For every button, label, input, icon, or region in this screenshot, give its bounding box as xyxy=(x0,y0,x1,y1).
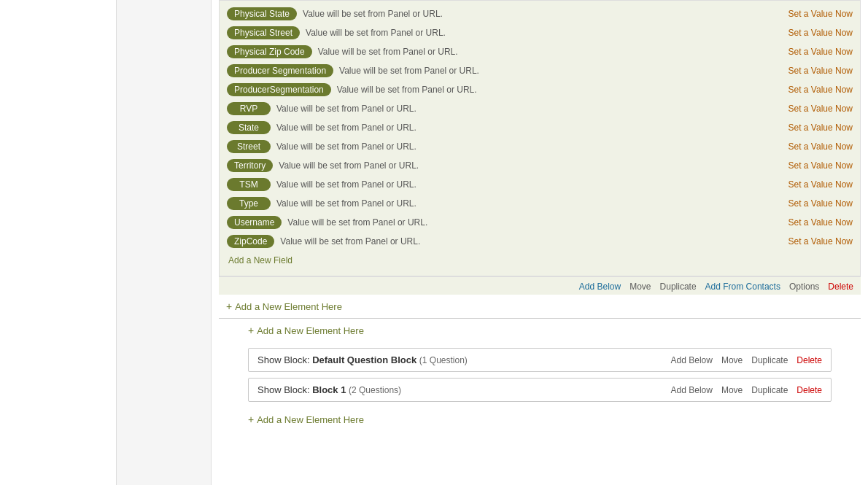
set-value-link[interactable]: Set a Value Now xyxy=(788,160,853,171)
show-block-block1-title: Show Block: Block 1 (2 Questions) xyxy=(257,384,401,395)
field-desc: Value will be set from Panel or URL. xyxy=(306,28,782,38)
add-new-field-link[interactable]: Add a New Field xyxy=(227,251,853,268)
field-tag: ZipCode xyxy=(227,235,274,248)
show-block-name-2: Block 1 xyxy=(312,384,346,395)
show-block-default-actions: Add Below Move Duplicate Delete xyxy=(671,355,822,365)
plus-icon-outer1: + xyxy=(248,325,254,336)
duplicate-action[interactable]: Duplicate xyxy=(660,282,697,292)
field-desc: Value will be set from Panel or URL. xyxy=(287,217,782,228)
field-desc: Value will be set from Panel or URL. xyxy=(279,160,782,171)
field-row: ProducerSegmentationValue will be set fr… xyxy=(227,80,853,99)
show-block-default-title: Show Block: Default Question Block (1 Qu… xyxy=(257,354,468,365)
field-tag: Physical Zip Code xyxy=(227,45,312,58)
field-tag: State xyxy=(227,121,271,134)
set-value-link[interactable]: Set a Value Now xyxy=(788,85,853,95)
block2-delete[interactable]: Delete xyxy=(797,385,822,395)
block2-move[interactable]: Move xyxy=(721,385,743,395)
main-content: Physical StateValue will be set from Pan… xyxy=(212,0,868,485)
left-panel xyxy=(117,0,212,485)
add-element-outer2-label: Add a New Element Here xyxy=(257,414,364,425)
show-block-count-1: (1 Question) xyxy=(419,355,468,365)
field-tag: TSM xyxy=(227,178,271,191)
field-tag: RVP xyxy=(227,102,271,115)
block2-duplicate[interactable]: Duplicate xyxy=(751,385,788,395)
field-row: StreetValue will be set from Panel or UR… xyxy=(227,137,853,156)
block1-move[interactable]: Move xyxy=(721,355,743,365)
field-desc: Value will be set from Panel or URL. xyxy=(276,198,783,209)
show-block-label-2: Show Block: xyxy=(257,384,312,395)
field-tag: Street xyxy=(227,140,271,153)
field-desc: Value will be set from Panel or URL. xyxy=(276,141,783,152)
show-block-label-1: Show Block: xyxy=(257,354,312,365)
show-block-block1-header: Show Block: Block 1 (2 Questions) Add Be… xyxy=(249,379,831,401)
set-value-link[interactable]: Set a Value Now xyxy=(788,9,853,19)
field-rows: Physical StateValue will be set from Pan… xyxy=(227,4,853,251)
show-block-name-1: Default Question Block xyxy=(312,354,416,365)
action-bar: Add Below Move Duplicate Add From Contac… xyxy=(219,276,861,295)
options-action[interactable]: Options xyxy=(789,282,819,292)
delete-action[interactable]: Delete xyxy=(828,282,853,292)
set-value-link[interactable]: Set a Value Now xyxy=(788,66,853,76)
show-block-default: Show Block: Default Question Block (1 Qu… xyxy=(248,348,832,372)
field-desc: Value will be set from Panel or URL. xyxy=(280,236,782,247)
field-desc: Value will be set from Panel or URL. xyxy=(276,179,783,190)
field-row: TerritoryValue will be set from Panel or… xyxy=(227,156,853,175)
content-area: Physical StateValue will be set from Pan… xyxy=(212,0,868,431)
field-tag: Producer Segmentation xyxy=(227,64,333,77)
add-element-outer2[interactable]: + Add a New Element Here xyxy=(212,408,868,431)
block1-delete[interactable]: Delete xyxy=(797,355,822,365)
field-tag: Physical State xyxy=(227,7,297,20)
field-row: UsernameValue will be set from Panel or … xyxy=(227,213,853,232)
set-value-link[interactable]: Set a Value Now xyxy=(788,141,853,152)
field-list-container: Physical StateValue will be set from Pan… xyxy=(219,0,861,276)
field-row: Producer SegmentationValue will be set f… xyxy=(227,61,853,80)
field-tag: ProducerSegmentation xyxy=(227,83,331,96)
field-desc: Value will be set from Panel or URL. xyxy=(337,85,783,95)
plus-icon-outer2: + xyxy=(248,414,254,425)
field-tag: Username xyxy=(227,216,282,229)
add-from-contacts-action[interactable]: Add From Contacts xyxy=(705,282,780,292)
field-tag: Physical Street xyxy=(227,26,300,39)
show-block-count-2: (2 Questions) xyxy=(349,385,401,395)
field-desc: Value will be set from Panel or URL. xyxy=(276,104,783,114)
block1-duplicate[interactable]: Duplicate xyxy=(751,355,788,365)
field-row: Physical StateValue will be set from Pan… xyxy=(227,4,853,23)
field-row: RVPValue will be set from Panel or URL.S… xyxy=(227,99,853,118)
set-value-link[interactable]: Set a Value Now xyxy=(788,28,853,38)
show-block-block1: Show Block: Block 1 (2 Questions) Add Be… xyxy=(248,378,832,402)
show-block-block1-actions: Add Below Move Duplicate Delete xyxy=(671,385,822,395)
field-tag: Type xyxy=(227,197,271,210)
field-row: Physical StreetValue will be set from Pa… xyxy=(227,23,853,42)
field-row: Physical Zip CodeValue will be set from … xyxy=(227,42,853,61)
set-value-link[interactable]: Set a Value Now xyxy=(788,47,853,57)
plus-icon-inner: + xyxy=(226,300,232,312)
move-action[interactable]: Move xyxy=(629,282,651,292)
add-element-inner[interactable]: + Add a New Element Here xyxy=(212,295,868,318)
add-below-action[interactable]: Add Below xyxy=(579,282,621,292)
field-row: TSMValue will be set from Panel or URL.S… xyxy=(227,175,853,194)
field-tag: Territory xyxy=(227,159,273,172)
set-value-link[interactable]: Set a Value Now xyxy=(788,123,853,133)
field-desc: Value will be set from Panel or URL. xyxy=(318,47,783,57)
block1-add-below[interactable]: Add Below xyxy=(671,355,713,365)
set-value-link[interactable]: Set a Value Now xyxy=(788,198,853,209)
field-row: StateValue will be set from Panel or URL… xyxy=(227,118,853,137)
add-element-outer1[interactable]: + Add a New Element Here xyxy=(212,319,868,342)
add-element-outer1-label: Add a New Element Here xyxy=(257,325,364,336)
set-value-link[interactable]: Set a Value Now xyxy=(788,179,853,190)
field-desc: Value will be set from Panel or URL. xyxy=(303,9,782,19)
add-element-inner-label: Add a New Element Here xyxy=(235,301,342,312)
field-row: TypeValue will be set from Panel or URL.… xyxy=(227,194,853,213)
set-value-link[interactable]: Set a Value Now xyxy=(788,104,853,114)
field-row: ZipCodeValue will be set from Panel or U… xyxy=(227,232,853,251)
block2-add-below[interactable]: Add Below xyxy=(671,385,713,395)
show-block-default-header: Show Block: Default Question Block (1 Qu… xyxy=(249,349,831,371)
left-sidebar xyxy=(0,0,117,485)
set-value-link[interactable]: Set a Value Now xyxy=(788,217,853,228)
field-desc: Value will be set from Panel or URL. xyxy=(276,123,783,133)
set-value-link[interactable]: Set a Value Now xyxy=(788,236,853,247)
field-desc: Value will be set from Panel or URL. xyxy=(339,66,782,76)
